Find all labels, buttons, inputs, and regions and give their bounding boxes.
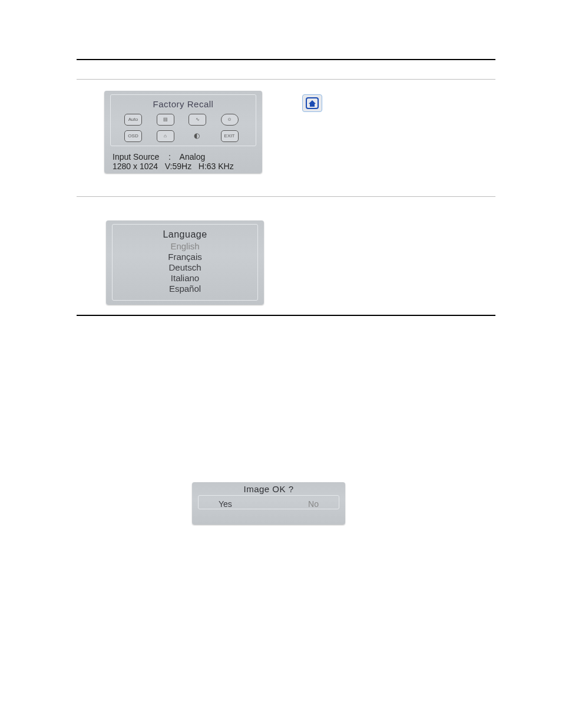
contrast-icon[interactable]: ◐ bbox=[189, 130, 205, 141]
language-option-espanol[interactable]: Español bbox=[113, 284, 257, 294]
language-panel: Language English Français Deutsch Italia… bbox=[106, 220, 264, 305]
divider-1 bbox=[77, 196, 495, 197]
divider-2 bbox=[77, 315, 495, 316]
top-rule bbox=[77, 59, 495, 60]
page-body: Factory Recall Auto ▤ ∿ ☺ OSD ⌂ ◐ EXIT I… bbox=[77, 59, 495, 80]
language-option-italiano[interactable]: Italiano bbox=[113, 273, 257, 284]
resolution-line: 1280 x 1024 V:59Hz H:63 KHz bbox=[104, 162, 262, 171]
sub-rule-1 bbox=[77, 79, 495, 80]
home-small-icon[interactable]: ⌂ bbox=[157, 130, 174, 142]
menu-icon[interactable]: ▤ bbox=[157, 114, 174, 126]
osd-icon-grid: Auto ▤ ∿ ☺ OSD ⌂ ◐ EXIT bbox=[124, 114, 242, 142]
language-title: Language bbox=[113, 229, 257, 240]
osd-box-icon[interactable]: OSD bbox=[124, 130, 142, 142]
exit-icon[interactable]: EXIT bbox=[221, 130, 239, 142]
image-ok-no[interactable]: No bbox=[308, 499, 319, 509]
language-option-english[interactable]: English bbox=[113, 241, 257, 252]
image-ok-panel: Image OK ? Yes No bbox=[192, 482, 345, 525]
language-option-deutsch[interactable]: Deutsch bbox=[113, 262, 257, 273]
factory-recall-panel: Factory Recall Auto ▤ ∿ ☺ OSD ⌂ ◐ EXIT I… bbox=[104, 91, 262, 173]
face-icon[interactable]: ☺ bbox=[221, 114, 239, 126]
language-option-francais[interactable]: Français bbox=[113, 252, 257, 262]
wave-icon[interactable]: ∿ bbox=[189, 114, 206, 126]
home-icon[interactable] bbox=[302, 94, 322, 112]
factory-recall-title: Factory Recall bbox=[111, 99, 256, 109]
image-ok-yes[interactable]: Yes bbox=[219, 499, 232, 509]
auto-icon[interactable]: Auto bbox=[124, 114, 142, 126]
image-ok-title: Image OK ? bbox=[192, 484, 345, 494]
language-list: English Français Deutsch Italiano Españo… bbox=[113, 241, 257, 294]
input-source-line: Input Source : Analog bbox=[104, 150, 262, 162]
